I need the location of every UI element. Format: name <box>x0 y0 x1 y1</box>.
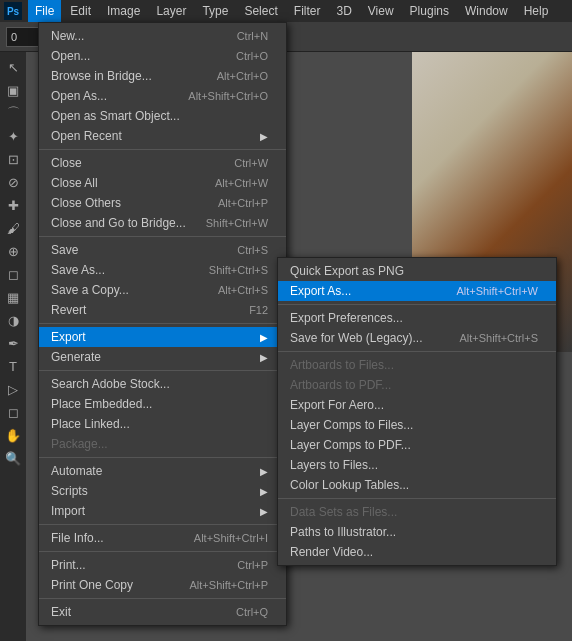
menu-edit[interactable]: Edit <box>63 0 98 22</box>
menu-item-search-stock[interactable]: Search Adobe Stock... <box>39 374 286 394</box>
menu-item-save[interactable]: Save Ctrl+S <box>39 240 286 260</box>
separator-2 <box>39 236 286 237</box>
menu-help[interactable]: Help <box>517 0 556 22</box>
separator-5 <box>39 457 286 458</box>
menu-item-package: Package... <box>39 434 286 454</box>
menu-plugins[interactable]: Plugins <box>403 0 456 22</box>
menu-item-place-linked[interactable]: Place Linked... <box>39 414 286 434</box>
separator-8 <box>39 598 286 599</box>
menu-item-automate[interactable]: Automate ▶ <box>39 461 286 481</box>
menu-item-generate[interactable]: Generate ▶ <box>39 347 286 367</box>
pen-tool[interactable]: ✒ <box>2 332 24 354</box>
type-tool[interactable]: T <box>2 355 24 377</box>
menu-item-scripts[interactable]: Scripts ▶ <box>39 481 286 501</box>
menu-item-open-recent[interactable]: Open Recent ▶ <box>39 126 286 146</box>
menu-item-save-copy[interactable]: Save a Copy... Alt+Ctrl+S <box>39 280 286 300</box>
menu-item-close-all[interactable]: Close All Alt+Ctrl+W <box>39 173 286 193</box>
menu-item-close[interactable]: Close Ctrl+W <box>39 153 286 173</box>
submenu-render-video[interactable]: Render Video... <box>278 542 556 562</box>
import-arrow-icon: ▶ <box>260 506 268 517</box>
healing-tool[interactable]: ✚ <box>2 194 24 216</box>
submenu-layers-files[interactable]: Layers to Files... <box>278 455 556 475</box>
menu-file[interactable]: File <box>28 0 61 22</box>
menu-item-open-as[interactable]: Open As... Alt+Shift+Ctrl+O <box>39 86 286 106</box>
menu-item-file-info[interactable]: File Info... Alt+Shift+Ctrl+I <box>39 528 286 548</box>
menu-item-browse-bridge[interactable]: Browse in Bridge... Alt+Ctrl+O <box>39 66 286 86</box>
crop-tool[interactable]: ⊡ <box>2 148 24 170</box>
menu-item-open[interactable]: Open... Ctrl+O <box>39 46 286 66</box>
submenu-color-lookup[interactable]: Color Lookup Tables... <box>278 475 556 495</box>
separator-4 <box>39 370 286 371</box>
shape-tool[interactable]: ◻ <box>2 401 24 423</box>
menu-select[interactable]: Select <box>237 0 284 22</box>
menu-item-save-as[interactable]: Save As... Shift+Ctrl+S <box>39 260 286 280</box>
export-arrow-icon: ▶ <box>260 332 268 343</box>
separator-6 <box>39 524 286 525</box>
export-sep-3 <box>278 498 556 499</box>
move-tool[interactable]: ↖ <box>2 56 24 78</box>
export-submenu-wrapper: Quick Export as PNG Export As... Alt+Shi… <box>277 257 557 566</box>
menu-3d[interactable]: 3D <box>329 0 358 22</box>
separator-3 <box>39 323 286 324</box>
submenu-export-as[interactable]: Export As... Alt+Shift+Ctrl+W <box>278 281 556 301</box>
menu-layer[interactable]: Layer <box>149 0 193 22</box>
eraser-tool[interactable]: ◻ <box>2 263 24 285</box>
menu-type[interactable]: Type <box>195 0 235 22</box>
submenu-artboards-pdf: Artboards to PDF... <box>278 375 556 395</box>
separator-1 <box>39 149 286 150</box>
menu-item-open-smart[interactable]: Open as Smart Object... <box>39 106 286 126</box>
menu-item-place-embedded[interactable]: Place Embedded... <box>39 394 286 414</box>
export-sep-1 <box>278 304 556 305</box>
arrow-icon: ▶ <box>260 131 268 142</box>
menu-window[interactable]: Window <box>458 0 515 22</box>
gradient-tool[interactable]: ▦ <box>2 286 24 308</box>
export-sep-2 <box>278 351 556 352</box>
menu-image[interactable]: Image <box>100 0 147 22</box>
menu-view[interactable]: View <box>361 0 401 22</box>
hand-tool[interactable]: ✋ <box>2 424 24 446</box>
submenu-layer-comps-files[interactable]: Layer Comps to Files... <box>278 415 556 435</box>
menu-item-print[interactable]: Print... Ctrl+P <box>39 555 286 575</box>
eyedropper-tool[interactable]: ⊘ <box>2 171 24 193</box>
app-logo: Ps <box>4 2 22 20</box>
menu-filter[interactable]: Filter <box>287 0 328 22</box>
brush-tool[interactable]: 🖌 <box>2 217 24 239</box>
menu-item-print-one[interactable]: Print One Copy Alt+Shift+Ctrl+P <box>39 575 286 595</box>
submenu-artboards-files: Artboards to Files... <box>278 355 556 375</box>
automate-arrow-icon: ▶ <box>260 466 268 477</box>
menu-item-close-others[interactable]: Close Others Alt+Ctrl+P <box>39 193 286 213</box>
submenu-save-web[interactable]: Save for Web (Legacy)... Alt+Shift+Ctrl+… <box>278 328 556 348</box>
selection-tool[interactable]: ▣ <box>2 79 24 101</box>
lasso-tool[interactable]: ⌒ <box>2 102 24 124</box>
export-submenu: Quick Export as PNG Export As... Alt+Shi… <box>277 257 557 566</box>
menu-bar: Ps File Edit Image Layer Type Select Fil… <box>0 0 572 22</box>
submenu-data-sets: Data Sets as Files... <box>278 502 556 522</box>
file-menu-dropdown: New... Ctrl+N Open... Ctrl+O Browse in B… <box>38 22 287 626</box>
submenu-export-aero[interactable]: Export For Aero... <box>278 395 556 415</box>
separator-7 <box>39 551 286 552</box>
zoom-tool[interactable]: 🔍 <box>2 447 24 469</box>
scripts-arrow-icon: ▶ <box>260 486 268 497</box>
file-menu-popup: New... Ctrl+N Open... Ctrl+O Browse in B… <box>38 22 287 626</box>
path-select-tool[interactable]: ▷ <box>2 378 24 400</box>
generate-arrow-icon: ▶ <box>260 352 268 363</box>
menu-item-exit[interactable]: Exit Ctrl+Q <box>39 602 286 622</box>
menu-item-close-bridge[interactable]: Close and Go to Bridge... Shift+Ctrl+W <box>39 213 286 233</box>
clone-tool[interactable]: ⊕ <box>2 240 24 262</box>
submenu-quick-export-png[interactable]: Quick Export as PNG <box>278 261 556 281</box>
menu-item-new[interactable]: New... Ctrl+N <box>39 26 286 46</box>
dodge-tool[interactable]: ◑ <box>2 309 24 331</box>
submenu-export-prefs[interactable]: Export Preferences... <box>278 308 556 328</box>
menu-item-import[interactable]: Import ▶ <box>39 501 286 521</box>
submenu-layer-comps-pdf[interactable]: Layer Comps to PDF... <box>278 435 556 455</box>
magic-wand-tool[interactable]: ✦ <box>2 125 24 147</box>
menu-item-export[interactable]: Export ▶ <box>39 327 286 347</box>
submenu-paths-illustrator[interactable]: Paths to Illustrator... <box>278 522 556 542</box>
left-tool-panel: ↖ ▣ ⌒ ✦ ⊡ ⊘ ✚ 🖌 ⊕ ◻ ▦ ◑ ✒ T ▷ ◻ ✋ 🔍 <box>0 52 26 641</box>
menu-item-revert[interactable]: Revert F12 <box>39 300 286 320</box>
